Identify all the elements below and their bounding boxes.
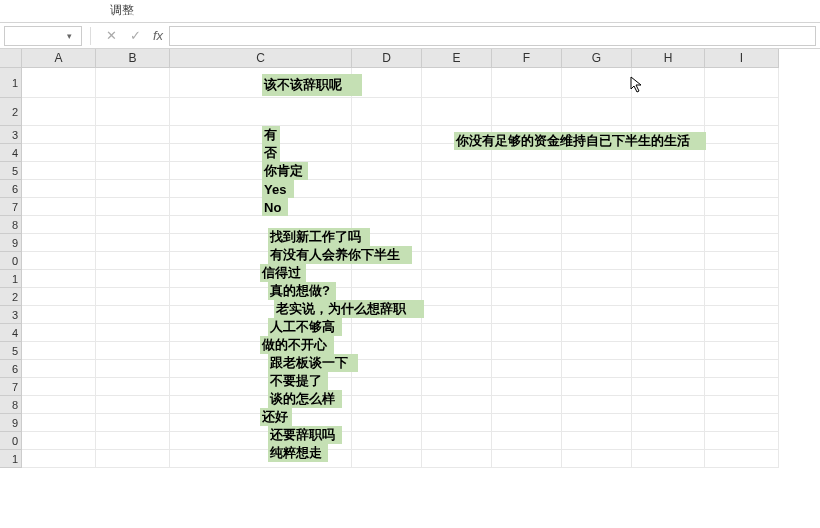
cell-value[interactable]: 真的想做? [268, 282, 336, 300]
cell[interactable] [352, 378, 422, 396]
cell[interactable] [562, 162, 632, 180]
cell[interactable] [492, 198, 562, 216]
cell[interactable] [96, 98, 170, 126]
cell[interactable] [22, 396, 96, 414]
cell[interactable] [422, 432, 492, 450]
cell[interactable] [422, 288, 492, 306]
row-header[interactable]: 7 [0, 198, 22, 216]
cell[interactable] [352, 198, 422, 216]
cell-value[interactable]: 找到新工作了吗 [268, 228, 370, 246]
cell[interactable] [352, 162, 422, 180]
cell[interactable] [170, 198, 352, 216]
cell-value[interactable]: 否 [262, 144, 280, 162]
column-header[interactable]: F [492, 49, 562, 68]
cell[interactable] [22, 162, 96, 180]
cell-value[interactable]: 还好 [260, 408, 292, 426]
cell[interactable] [632, 270, 705, 288]
spreadsheet-grid[interactable]: ABCDEFGHI 123456789012345678901 该不该辞职呢有否… [0, 49, 820, 528]
cell[interactable] [96, 432, 170, 450]
cell[interactable] [352, 450, 422, 468]
cell[interactable] [632, 306, 705, 324]
cell-value[interactable]: 谈的怎么样 [268, 390, 342, 408]
cell[interactable] [492, 252, 562, 270]
cell[interactable] [96, 270, 170, 288]
column-header[interactable]: I [705, 49, 779, 68]
cell[interactable] [705, 270, 779, 288]
row-header[interactable]: 4 [0, 144, 22, 162]
cell[interactable] [562, 360, 632, 378]
cell[interactable] [562, 234, 632, 252]
cell[interactable] [632, 98, 705, 126]
cell[interactable] [632, 396, 705, 414]
cell[interactable] [705, 126, 779, 144]
cell[interactable] [22, 126, 96, 144]
cell[interactable] [422, 378, 492, 396]
row-header[interactable]: 9 [0, 234, 22, 252]
cell[interactable] [96, 68, 170, 98]
cell[interactable] [22, 180, 96, 198]
cell[interactable] [705, 432, 779, 450]
cell[interactable] [632, 324, 705, 342]
formula-input[interactable] [169, 26, 816, 46]
cell[interactable] [562, 252, 632, 270]
cell[interactable] [705, 144, 779, 162]
cell-value[interactable]: 做的不开心 [260, 336, 334, 354]
cell[interactable] [96, 252, 170, 270]
cell[interactable] [492, 342, 562, 360]
cell[interactable] [705, 180, 779, 198]
cell[interactable] [96, 396, 170, 414]
cell[interactable] [705, 162, 779, 180]
cell[interactable] [96, 378, 170, 396]
cell[interactable] [96, 306, 170, 324]
cell[interactable] [22, 252, 96, 270]
cell[interactable] [492, 180, 562, 198]
cell[interactable] [422, 450, 492, 468]
cell[interactable] [632, 360, 705, 378]
row-header[interactable]: 3 [0, 126, 22, 144]
cancel-icon[interactable]: ✕ [103, 28, 119, 43]
cell[interactable] [705, 450, 779, 468]
cell[interactable] [492, 234, 562, 252]
cell[interactable] [562, 414, 632, 432]
cell[interactable] [632, 342, 705, 360]
cell[interactable] [705, 288, 779, 306]
cell[interactable] [422, 162, 492, 180]
cell[interactable] [96, 342, 170, 360]
cell[interactable] [422, 342, 492, 360]
cell[interactable] [705, 216, 779, 234]
cell[interactable] [492, 396, 562, 414]
cell[interactable] [422, 252, 492, 270]
cell[interactable] [632, 414, 705, 432]
cell[interactable] [705, 306, 779, 324]
cell[interactable] [422, 270, 492, 288]
cell[interactable] [632, 180, 705, 198]
cell-value[interactable]: 有没有人会养你下半生 [268, 246, 412, 264]
cell[interactable] [705, 198, 779, 216]
column-header[interactable]: D [352, 49, 422, 68]
cell-value[interactable]: 还要辞职吗 [268, 426, 342, 444]
row-header[interactable]: 2 [0, 288, 22, 306]
cell-value[interactable]: 你肯定 [262, 162, 308, 180]
cell[interactable] [22, 234, 96, 252]
cell[interactable] [632, 162, 705, 180]
cell[interactable] [422, 216, 492, 234]
row-header[interactable]: 1 [0, 270, 22, 288]
cell[interactable] [562, 288, 632, 306]
cell[interactable] [492, 360, 562, 378]
accept-icon[interactable]: ✓ [127, 28, 143, 43]
cell[interactable] [705, 98, 779, 126]
cell[interactable] [632, 288, 705, 306]
cell[interactable] [22, 450, 96, 468]
cell-value[interactable]: Yes [262, 180, 294, 198]
row-header[interactable]: 1 [0, 68, 22, 98]
column-header[interactable]: C [170, 49, 352, 68]
cell[interactable] [562, 306, 632, 324]
row-header[interactable]: 3 [0, 306, 22, 324]
cell[interactable] [352, 180, 422, 198]
cell[interactable] [170, 126, 352, 144]
cell[interactable] [96, 360, 170, 378]
cell[interactable] [422, 360, 492, 378]
cell[interactable] [96, 234, 170, 252]
row-header[interactable]: 8 [0, 396, 22, 414]
cell[interactable] [562, 396, 632, 414]
